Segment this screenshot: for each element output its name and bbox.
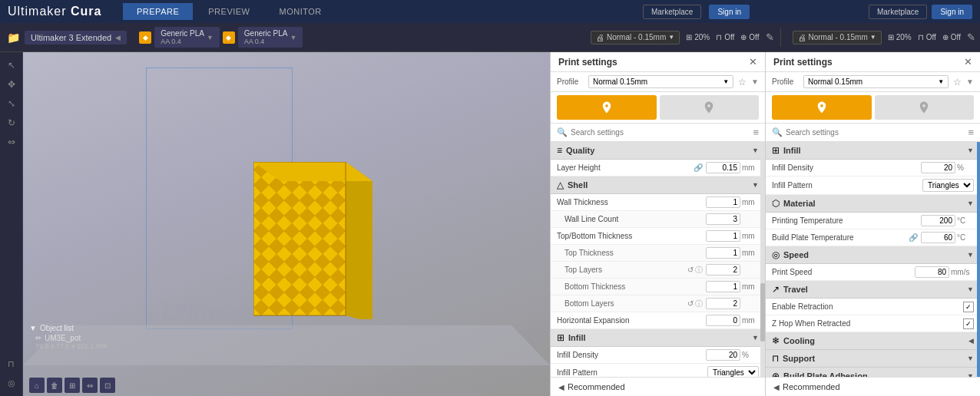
edit-settings-right[interactable]: ✎ bbox=[967, 31, 975, 43]
profile-selector-right[interactable]: 🖨 Normal - 0.15mm ▼ bbox=[793, 31, 882, 45]
left-profile-arrow[interactable]: ▼ bbox=[751, 78, 759, 86]
bottom-thickness-input[interactable] bbox=[706, 281, 740, 292]
tool-move[interactable]: ✥ bbox=[3, 76, 20, 93]
horizontal-expansion-input[interactable] bbox=[706, 315, 740, 326]
marketplace-button-right[interactable]: Marketplace bbox=[869, 5, 927, 19]
right-travel-section-header[interactable]: ↗ Travel ▼ bbox=[766, 281, 980, 299]
right-build-plate-link-icon[interactable]: 🔗 bbox=[909, 233, 918, 242]
object-list-header[interactable]: ▼ Object list bbox=[29, 324, 108, 332]
layer-height-name: Layer Height bbox=[557, 163, 694, 172]
top-layers-input[interactable] bbox=[706, 264, 740, 276]
left-infill-section-header[interactable]: ⊞ Infill ▼ bbox=[551, 329, 765, 347]
right-infill-pattern-row: Infill Pattern Triangles bbox=[766, 177, 980, 195]
view-arrange-button[interactable]: ⊞ bbox=[65, 378, 80, 393]
tab-monitor[interactable]: MONITOR bbox=[266, 3, 336, 20]
tool-select[interactable]: ↖ bbox=[3, 57, 20, 74]
right-material-section-header[interactable]: ⬡ Material ▼ bbox=[766, 195, 980, 213]
tool-seam[interactable]: ◎ bbox=[3, 375, 20, 391]
view-mirror-button[interactable]: ⇔ bbox=[82, 378, 98, 393]
printer-folder-icon[interactable]: 📁 bbox=[5, 29, 22, 46]
support-selector-right[interactable]: ⊓ Off bbox=[918, 33, 936, 41]
marketplace-button[interactable]: Marketplace bbox=[643, 5, 701, 19]
support-selector-left[interactable]: ⊓ Off bbox=[716, 33, 734, 41]
profile-selector-left[interactable]: 🖨 Normal - 0.15mm ▼ bbox=[591, 31, 680, 45]
right-infill-section-header[interactable]: ⊞ Infill ▼ bbox=[766, 142, 980, 160]
right-printing-temp-input[interactable] bbox=[921, 215, 955, 226]
left-extruder2-btn[interactable] bbox=[660, 95, 760, 120]
infill-pattern-select[interactable]: Triangles bbox=[707, 366, 759, 377]
right-profile-arrow[interactable]: ▼ bbox=[966, 78, 974, 86]
top-layers-reset[interactable]: ↺ bbox=[687, 266, 694, 274]
z-hop-checkbox[interactable]: ✓ bbox=[963, 318, 974, 329]
tab-prepare[interactable]: PREPARE bbox=[123, 3, 193, 20]
right-infill-density-input[interactable] bbox=[921, 162, 955, 173]
wall-line-count-input[interactable] bbox=[706, 213, 740, 225]
infill-density-input[interactable] bbox=[706, 349, 740, 361]
top-thickness-input[interactable] bbox=[706, 247, 740, 259]
edit-settings-left[interactable]: ✎ bbox=[766, 31, 774, 43]
tool-rotate[interactable]: ↻ bbox=[3, 114, 20, 131]
top-layers-info[interactable]: ⓘ bbox=[695, 265, 703, 276]
right-adhesion-section-header[interactable]: ⊕ Build Plate Adhesion ▼ bbox=[766, 368, 980, 377]
infill-selector-left[interactable]: ⊞ 20% bbox=[686, 33, 710, 41]
tool-scale[interactable]: ⤡ bbox=[3, 95, 20, 112]
right-infill-pattern-select[interactable]: Triangles bbox=[922, 179, 974, 192]
quality-section-header[interactable]: ≡ Quality ▼ bbox=[551, 142, 765, 160]
wall-line-count-row: Wall Line Count bbox=[551, 211, 765, 228]
bottom-layers-input[interactable] bbox=[706, 298, 740, 309]
left-profile-select[interactable]: Normal 0.15mm ▼ bbox=[588, 75, 733, 88]
3d-object[interactable] bbox=[253, 162, 372, 319]
right-speed-section-header[interactable]: ◎ Speed ▼ bbox=[766, 246, 980, 264]
left-panel-close[interactable]: ✕ bbox=[749, 56, 757, 68]
material1-tab[interactable]: Generic PLA AA 0.4 ▼ bbox=[154, 27, 220, 48]
adhesion-selector-right[interactable]: ⊕ Off bbox=[942, 33, 961, 41]
right-extruder1-btn[interactable] bbox=[772, 95, 872, 120]
right-speed-label: Speed bbox=[783, 250, 809, 259]
right-support-section-header[interactable]: ⊓ Support ▼ bbox=[766, 350, 980, 368]
left-panel-footer[interactable]: ◀ Recommended bbox=[551, 377, 765, 396]
sign-in-button-right[interactable]: Sign in bbox=[932, 5, 972, 19]
right-search-input[interactable] bbox=[786, 128, 965, 137]
left-extruder1-btn[interactable] bbox=[557, 95, 657, 120]
left-search-input[interactable] bbox=[571, 128, 750, 137]
top-bottom-thickness-input[interactable] bbox=[706, 230, 740, 242]
tab-preview[interactable]: PREVIEW bbox=[194, 3, 263, 20]
right-profile-star[interactable]: ☆ bbox=[953, 77, 962, 87]
bottom-layers-info[interactable]: ⓘ bbox=[695, 299, 703, 309]
right-cooling-section-header[interactable]: ❄ Cooling ◀ bbox=[766, 332, 980, 350]
left-footer-arrow: ◀ bbox=[558, 383, 564, 391]
view-group-button[interactable]: ⊡ bbox=[100, 378, 115, 393]
left-panel-title: Print settings bbox=[558, 57, 617, 68]
wall-thickness-input[interactable] bbox=[706, 196, 740, 208]
right-support-icon: ⊓ bbox=[772, 353, 779, 364]
left-menu-icon[interactable]: ≡ bbox=[753, 127, 759, 138]
enable-retraction-checkbox[interactable]: ✓ bbox=[963, 302, 974, 312]
view-delete-button[interactable]: 🗑 bbox=[47, 378, 62, 393]
left-search-icon: 🔍 bbox=[557, 127, 568, 137]
svg-rect-3 bbox=[253, 162, 346, 315]
right-print-speed-input[interactable] bbox=[915, 266, 949, 278]
shell-section-header[interactable]: △ Shell ▼ bbox=[551, 177, 765, 194]
right-infill-density-row: Infill Density % bbox=[766, 160, 980, 177]
material2-tab[interactable]: Generic PLA AA 0.4 ▼ bbox=[238, 27, 303, 48]
right-extruder2-btn[interactable] bbox=[875, 95, 975, 120]
sign-in-button[interactable]: Sign in bbox=[709, 5, 750, 19]
right-print-settings-panel: Print settings ✕ Profile Normal 0.15mm ▼… bbox=[765, 52, 980, 396]
right-menu-icon[interactable]: ≡ bbox=[968, 127, 974, 138]
bottom-thickness-row: Bottom Thickness mm bbox=[551, 279, 765, 295]
right-panel-close[interactable]: ✕ bbox=[964, 56, 972, 68]
bottom-layers-reset[interactable]: ↺ bbox=[687, 299, 694, 308]
left-profile-star[interactable]: ☆ bbox=[738, 77, 747, 87]
right-build-plate-temp-input[interactable] bbox=[921, 232, 955, 243]
tool-mirror[interactable]: ⇔ bbox=[3, 134, 20, 150]
view-home-button[interactable]: ⌂ bbox=[29, 378, 45, 393]
tool-support[interactable]: ⊓ bbox=[3, 355, 20, 372]
object-list-item[interactable]: ✏ UM3E_pot bbox=[29, 334, 108, 342]
right-profile-select[interactable]: Normal 0.15mm ▼ bbox=[803, 75, 949, 88]
right-panel-footer[interactable]: ◀ Recommended bbox=[766, 377, 980, 396]
layer-height-input[interactable] bbox=[706, 162, 740, 173]
layer-height-link-icon[interactable]: 🔗 bbox=[694, 163, 703, 172]
printer-tab[interactable]: Ultimaker 3 Extended ◀ bbox=[25, 31, 127, 45]
infill-selector-right[interactable]: ⊞ 20% bbox=[888, 33, 912, 41]
adhesion-selector-left[interactable]: ⊕ Off bbox=[740, 33, 759, 41]
